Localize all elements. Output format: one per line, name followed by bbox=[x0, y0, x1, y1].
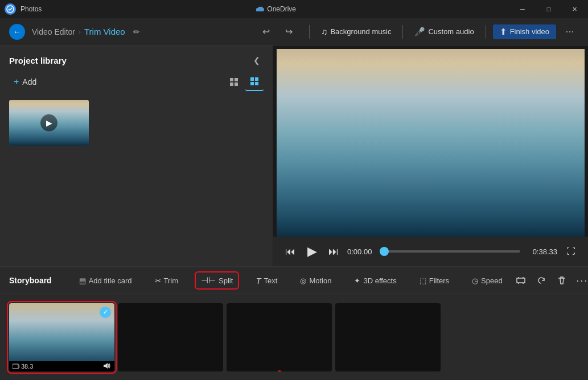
background-music-button[interactable]: ♫ Background music bbox=[316, 24, 396, 39]
more-options-button[interactable]: ··· bbox=[561, 23, 579, 41]
toolbar-divider-2 bbox=[402, 25, 403, 39]
filters-label: Filters bbox=[429, 276, 449, 285]
main-content: Project library ❮ + Add bbox=[0, 46, 588, 266]
svg-rect-4 bbox=[235, 82, 238, 86]
video-controls-bar: ⏮ ▶ ⏭ 0:00.00 0:38.33 ⛶ bbox=[273, 237, 588, 266]
panel-header: Project library ❮ bbox=[9, 55, 264, 66]
resize-clip-button[interactable] bbox=[512, 271, 530, 290]
project-library-panel: Project library ❮ + Add bbox=[0, 46, 273, 266]
progress-bar[interactable] bbox=[384, 250, 520, 253]
text-label: Text bbox=[264, 276, 278, 285]
app-title: Photos bbox=[20, 5, 42, 13]
horizon-line bbox=[277, 86, 585, 87]
finish-video-button[interactable]: ⬆ Finish video bbox=[493, 24, 556, 39]
trim-label: Trim bbox=[164, 276, 179, 285]
storyboard-right-tools: ··· bbox=[512, 271, 588, 290]
clip-item-2[interactable] bbox=[118, 303, 223, 371]
speed-icon: ◷ bbox=[472, 276, 478, 285]
view-toggle-group bbox=[225, 73, 264, 91]
audio-volume-icon bbox=[103, 362, 111, 369]
video-preview-panel: ⏮ ▶ ⏭ 0:00.00 0:38.33 ⛶ bbox=[273, 46, 588, 266]
list-icon bbox=[250, 77, 259, 86]
time-end: 0:38.33 bbox=[526, 247, 557, 256]
split-label: Split bbox=[219, 276, 233, 285]
music-icon: ♫ bbox=[321, 27, 327, 36]
panel-title: Project library bbox=[9, 56, 67, 65]
svg-rect-7 bbox=[250, 82, 254, 85]
edit-title-icon[interactable]: ✏ bbox=[133, 27, 140, 36]
play-button[interactable]: ▶ bbox=[304, 243, 320, 259]
storyboard-toolbar: Storyboard ▤ Add title card ✂ Trim ⊣⊢ Sp… bbox=[0, 267, 588, 294]
trim-button[interactable]: ✂ Trim bbox=[150, 274, 183, 287]
svg-rect-10 bbox=[13, 364, 18, 369]
clip-1-footer: 38.3 bbox=[9, 361, 114, 371]
close-button[interactable]: ✕ bbox=[562, 0, 588, 18]
bg-music-label: Background music bbox=[330, 27, 391, 36]
maximize-button[interactable]: □ bbox=[536, 0, 562, 18]
minimize-button[interactable]: ─ bbox=[509, 0, 536, 18]
clip-indicator-area bbox=[227, 303, 332, 371]
clip-item-1[interactable]: 38.3 ✓ bbox=[9, 303, 114, 371]
more-clip-options-button[interactable]: ··· bbox=[573, 271, 588, 290]
clip-item-3[interactable] bbox=[227, 303, 332, 371]
motion-icon: ◎ bbox=[300, 276, 306, 285]
split-button[interactable]: ⊣⊢ Split bbox=[196, 273, 237, 288]
toolbar-divider-3 bbox=[486, 25, 486, 39]
grid-view-button[interactable] bbox=[225, 73, 243, 91]
custom-audio-button[interactable]: 🎤 Custom audio bbox=[410, 24, 478, 39]
clip-1-duration: 38.3 bbox=[21, 363, 33, 370]
text-button[interactable]: T Text bbox=[251, 274, 282, 288]
onedrive-icon bbox=[255, 6, 264, 13]
time-current: 0:00.00 bbox=[347, 247, 379, 256]
breadcrumb-current: Trim Video bbox=[84, 27, 125, 36]
video-frame-icon bbox=[13, 364, 19, 369]
breadcrumb-separator: › bbox=[79, 28, 81, 36]
motion-button[interactable]: ◎ Motion bbox=[295, 274, 336, 287]
add-label: Add bbox=[22, 77, 36, 86]
clip-1-thumbnail bbox=[9, 303, 114, 361]
title-bar-left: Photos bbox=[5, 3, 42, 15]
progress-thumb[interactable] bbox=[380, 247, 389, 256]
resize-icon bbox=[516, 275, 526, 286]
undo-redo-group: ↩ ↪ bbox=[257, 23, 298, 41]
clip-item-4[interactable] bbox=[335, 303, 441, 371]
breadcrumb-parent[interactable]: Video Editor bbox=[32, 27, 75, 36]
back-button[interactable]: ← bbox=[9, 24, 25, 40]
toolbar-divider-1 bbox=[309, 25, 310, 39]
skip-forward-button[interactable]: ⏭ bbox=[326, 243, 342, 259]
svg-rect-11 bbox=[19, 365, 19, 368]
skip-back-button[interactable]: ⏮ bbox=[282, 243, 298, 259]
svg-rect-1 bbox=[230, 78, 233, 81]
video-canvas bbox=[277, 49, 585, 237]
grid-icon bbox=[229, 77, 239, 86]
fullscreen-button[interactable]: ⛶ bbox=[563, 243, 579, 259]
clip-1-audio-icon bbox=[103, 362, 111, 370]
list-view-button[interactable] bbox=[245, 73, 264, 91]
rotate-clip-button[interactable] bbox=[532, 271, 550, 290]
undo-button[interactable]: ↩ bbox=[257, 23, 275, 41]
delete-clip-button[interactable] bbox=[553, 271, 571, 290]
media-thumbnail[interactable]: ▶ bbox=[9, 100, 89, 146]
motion-label: Motion bbox=[309, 276, 331, 285]
add-title-card-button[interactable]: ▤ Add title card bbox=[75, 274, 137, 287]
add-title-card-icon: ▤ bbox=[79, 276, 86, 285]
3d-effects-button[interactable]: ✦ 3D effects bbox=[349, 274, 401, 287]
clip-1-check: ✓ bbox=[100, 307, 111, 318]
add-icon: + bbox=[14, 77, 19, 87]
rotate-icon bbox=[536, 275, 546, 286]
redo-button[interactable]: ↪ bbox=[279, 23, 298, 41]
add-media-button[interactable]: + Add bbox=[9, 75, 41, 89]
3d-effects-label: 3D effects bbox=[363, 276, 396, 285]
clip-1-duration-area: 38.3 bbox=[13, 363, 33, 370]
title-bar-controls: ─ □ ✕ bbox=[509, 0, 588, 18]
3d-effects-icon: ✦ bbox=[354, 276, 360, 285]
speed-button[interactable]: ◷ Speed bbox=[467, 274, 507, 287]
app-icon bbox=[5, 3, 16, 15]
filters-button[interactable]: ⬚ Filters bbox=[415, 274, 454, 287]
speed-label: Speed bbox=[481, 276, 503, 285]
svg-rect-3 bbox=[230, 82, 233, 86]
export-icon: ⬆ bbox=[500, 27, 507, 37]
add-title-card-label: Add title card bbox=[89, 276, 132, 285]
panel-collapse-button[interactable]: ❮ bbox=[250, 55, 264, 66]
storyboard-label: Storyboard bbox=[9, 276, 52, 285]
